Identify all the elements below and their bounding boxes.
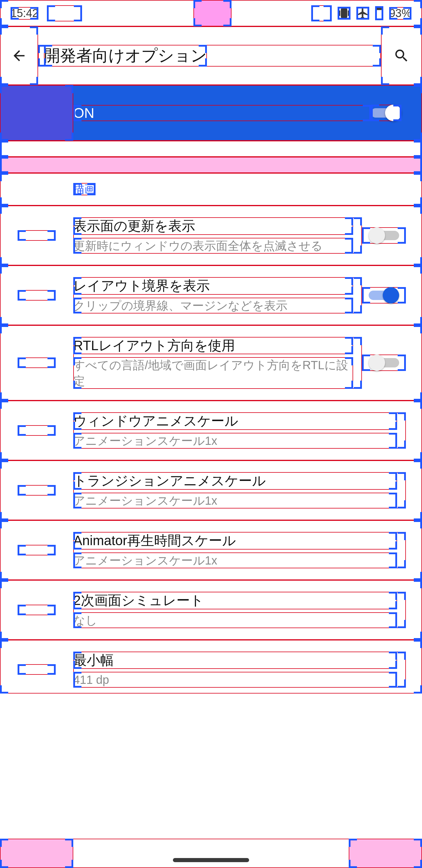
row-subtitle: 411 dp [73, 672, 397, 688]
search-icon [393, 48, 410, 64]
row-subtitle: 更新時にウィンドウの表示面全体を点滅させる [73, 238, 353, 254]
row-smallest-width[interactable]: 最小幅 411 dp [0, 640, 422, 694]
row-subtitle: アニメーションスケール1x [73, 493, 397, 508]
row-simulate-secondary-displays[interactable]: 2次画面シミュレート なし [0, 580, 422, 640]
app-bar: 開発者向けオプション [0, 26, 422, 85]
status-seg-icon [47, 5, 82, 22]
row-indent-icon [18, 604, 56, 615]
row-body: 表示面の更新を表示 更新時にウィンドウの表示面全体を点滅させる [73, 217, 362, 254]
master-switch[interactable] [371, 105, 401, 121]
row-body: レイアウト境界を表示 クリップの境界線、マージンなどを表示 [73, 277, 362, 313]
row-window-anim-scale[interactable]: ウィンドウアニメスケール アニメーションスケール1x [0, 401, 422, 460]
master-switch-margin [0, 85, 73, 141]
row-body: 2次画面シミュレート なし [73, 592, 406, 628]
row-indent-icon [18, 545, 56, 555]
page-title-text: 開発者向けオプション [44, 45, 207, 67]
nav-margin-left [0, 839, 73, 868]
battery-icon [375, 6, 383, 20]
row-title: トランジションアニメスケール [73, 472, 397, 490]
row-title: レイアウト境界を表示 [73, 277, 353, 295]
row-body: トランジションアニメスケール アニメーションスケール1x [73, 472, 406, 508]
row-body: RTLレイアウト方向を使用 すべての言語/地域で画面レイアウト方向をRTLに設定 [73, 337, 362, 389]
row-animator-duration-scale[interactable]: Animator再生時間スケール アニメーションスケール1x [0, 520, 422, 580]
page-title: 開発者向けオプション [38, 45, 381, 67]
row-subtitle: アニメーションスケール1x [73, 553, 397, 568]
row-subtitle: すべての言語/地域で画面レイアウト方向をRTLに設定 [73, 357, 353, 389]
airplane-icon [356, 7, 369, 20]
row-title: 2次画面シミュレート [73, 592, 397, 609]
row-switch[interactable] [362, 354, 406, 371]
row-force-rtl[interactable]: RTLレイアウト方向を使用 すべての言語/地域で画面レイアウト方向をRTLに設定 [0, 325, 422, 401]
spacer [0, 141, 422, 157]
row-subtitle: クリップの境界線、マージンなどを表示 [73, 298, 353, 313]
gesture-handle-icon[interactable] [173, 858, 249, 862]
row-subtitle: なし [73, 612, 397, 628]
section-header-drawing: 描画 [0, 173, 422, 206]
vibrate-icon [337, 7, 351, 20]
row-indent-icon [18, 230, 56, 241]
row-title: 表示面の更新を表示 [73, 217, 353, 235]
row-switch[interactable] [362, 287, 406, 304]
navigation-bar [0, 839, 422, 868]
row-show-layout-bounds[interactable]: レイアウト境界を表示 クリップの境界線、マージンなどを表示 [0, 266, 422, 325]
row-switch[interactable] [362, 227, 406, 244]
row-indent-icon [18, 485, 56, 496]
master-switch-row[interactable]: ON [0, 85, 422, 141]
search-button[interactable] [381, 26, 422, 85]
row-title: ウィンドウアニメスケール [73, 412, 397, 430]
row-body: 最小幅 411 dp [73, 652, 406, 688]
row-body: Animator再生時間スケール アニメーションスケール1x [73, 532, 406, 568]
arrow-back-icon [11, 48, 27, 64]
back-button[interactable] [0, 26, 38, 85]
row-indent-icon [18, 425, 56, 436]
row-subtitle: アニメーションスケール1x [73, 433, 397, 449]
master-switch-label: ON [73, 105, 371, 121]
status-notch-overlay [193, 0, 231, 26]
row-title: RTLレイアウト方向を使用 [73, 337, 353, 354]
row-transition-anim-scale[interactable]: トランジションアニメスケール アニメーションスケール1x [0, 460, 422, 520]
status-bar: 15:42 93% [0, 0, 422, 26]
row-indent-icon [18, 358, 56, 368]
row-indent-icon [18, 664, 56, 675]
margin-overlay [0, 157, 422, 173]
row-title: 最小幅 [73, 652, 397, 669]
row-show-surface-updates[interactable]: 表示面の更新を表示 更新時にウィンドウの表示面全体を点滅させる [0, 206, 422, 266]
status-time: 15:42 [10, 7, 38, 20]
section-header-label: 描画 [73, 183, 96, 195]
battery-percent: 93% [389, 7, 412, 20]
status-seg2-icon [311, 5, 332, 22]
row-body: ウィンドウアニメスケール アニメーションスケール1x [73, 412, 406, 449]
nav-margin-right [349, 839, 422, 868]
row-title: Animator再生時間スケール [73, 532, 397, 550]
row-indent-icon [18, 290, 56, 301]
